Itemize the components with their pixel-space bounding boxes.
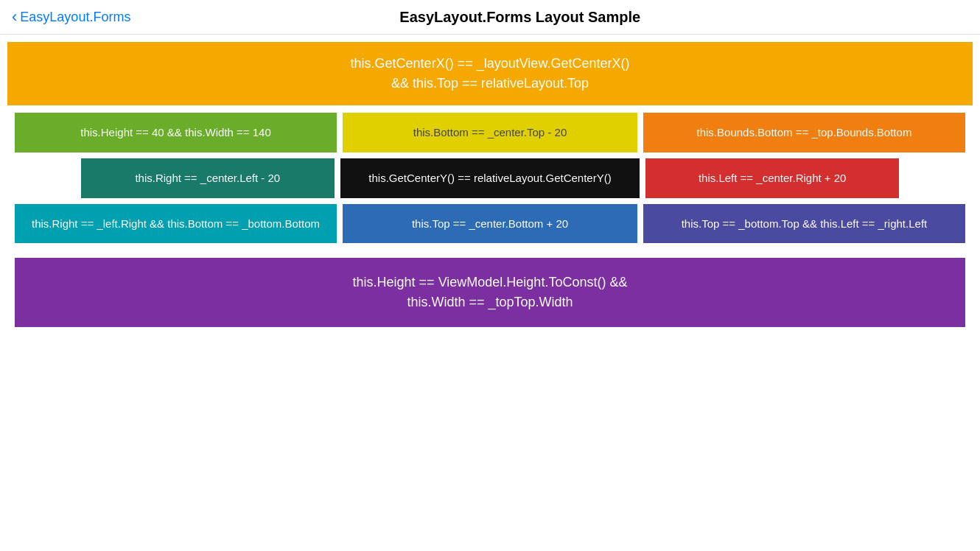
row3: this.Right == _left.Right && this.Bottom… — [15, 204, 965, 244]
box-row2-right: this.Left == _center.Right + 20 — [645, 158, 899, 198]
box-row1-center-text: this.Bottom == _center.Top - 20 — [413, 124, 567, 141]
box-row3-left-text: this.Right == _left.Right && this.Bottom… — [32, 216, 320, 232]
nav-bar: ‹ EasyLayout.Forms EasyLayout.Forms Layo… — [0, 0, 980, 35]
box-row1-right: this.Bounds.Bottom == _top.Bounds.Bottom — [643, 113, 965, 152]
layout-area: this.Height == 40 && this.Width == 140 t… — [7, 113, 973, 243]
box-row3-right-text: this.Top == _bottom.Top && this.Left == … — [682, 216, 928, 232]
row2: this.Right == _center.Left - 20 this.Get… — [15, 158, 965, 198]
bottom-banner: this.Height == ViewModel.Height.ToConst(… — [15, 258, 965, 327]
row1: this.Height == 40 && this.Width == 140 t… — [15, 113, 965, 152]
box-row1-left: this.Height == 40 && this.Width == 140 — [15, 113, 337, 152]
back-chevron-icon: ‹ — [12, 7, 17, 27]
box-row3-left: this.Right == _left.Right && this.Bottom… — [15, 204, 337, 244]
box-row3-center: this.Top == _center.Bottom + 20 — [343, 204, 637, 244]
box-row2-center: this.GetCenterY() == relativeLayout.GetC… — [340, 158, 640, 198]
box-row1-center: this.Bottom == _center.Top - 20 — [343, 113, 637, 152]
banner-top-line1: this.GetCenterX() == _layoutView.GetCent… — [22, 54, 958, 74]
page-title: EasyLayout.Forms Layout Sample — [160, 9, 880, 26]
back-button[interactable]: ‹ EasyLayout.Forms — [12, 7, 130, 27]
box-row1-right-text: this.Bounds.Bottom == _top.Bounds.Bottom — [697, 124, 912, 141]
box-row3-right: this.Top == _bottom.Top && this.Left == … — [643, 204, 965, 244]
banner-top-line2: && this.Top == relativeLayout.Top — [22, 74, 958, 94]
box-row1-left-text: this.Height == 40 && this.Width == 140 — [80, 124, 271, 141]
main-content: this.GetCenterX() == _layoutView.GetCent… — [0, 42, 980, 327]
box-row3-center-text: this.Top == _center.Bottom + 20 — [412, 216, 568, 232]
box-row2-left: this.Right == _center.Left - 20 — [81, 158, 335, 198]
banner-bottom-line1: this.Height == ViewModel.Height.ToConst(… — [29, 273, 951, 292]
box-row2-right-text: this.Left == _center.Right + 20 — [699, 170, 847, 186]
top-banner: this.GetCenterX() == _layoutView.GetCent… — [7, 42, 973, 105]
box-row2-center-text: this.GetCenterY() == relativeLayout.GetC… — [368, 170, 611, 186]
back-label: EasyLayout.Forms — [20, 10, 130, 25]
banner-bottom-line2: this.Width == _topTop.Width — [29, 292, 951, 312]
box-row2-left-text: this.Right == _center.Left - 20 — [135, 170, 280, 186]
